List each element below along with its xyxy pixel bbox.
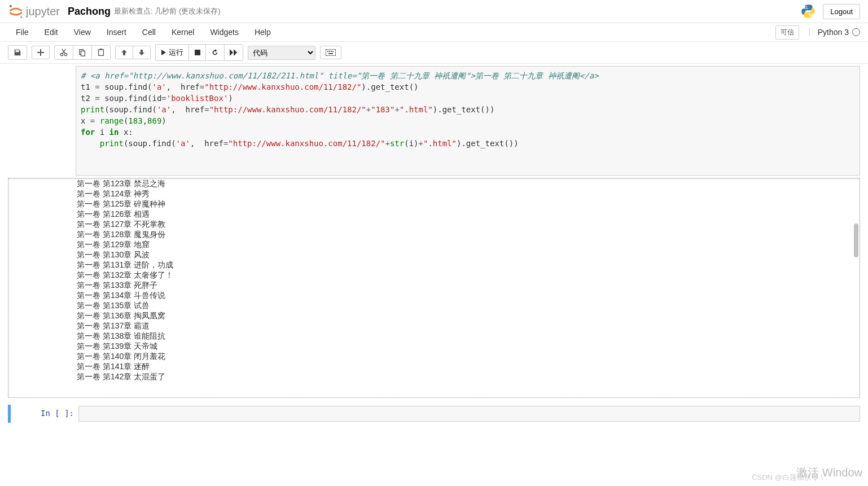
svg-rect-14 — [331, 51, 332, 52]
restart-run-all-button[interactable] — [225, 45, 243, 60]
kernel-status-icon — [852, 28, 860, 36]
restart-button[interactable] — [206, 45, 225, 60]
menu-widgets[interactable]: Widgets — [202, 23, 247, 41]
svg-rect-7 — [81, 51, 85, 56]
run-button[interactable]: 运行 — [156, 45, 189, 60]
svg-rect-9 — [100, 49, 102, 50]
svg-point-3 — [810, 15, 811, 16]
plus-icon — [37, 49, 44, 56]
play-icon — [161, 50, 166, 55]
run-label: 运行 — [169, 47, 183, 58]
code-cell-empty[interactable]: In [ ]: — [8, 405, 860, 423]
code-cell[interactable]: # <a href="http://www.kanxshuo.com/11/18… — [8, 66, 860, 176]
cut-icon — [60, 49, 68, 56]
jupyter-icon — [8, 3, 24, 19]
trusted-indicator[interactable]: 可信 — [775, 25, 799, 40]
output-text: 第一卷 第123章 禁忌之海第一卷 第124章 神秀第一卷 第125章 碎魔种神… — [76, 178, 860, 383]
menu-cell[interactable]: Cell — [134, 23, 164, 41]
paste-button[interactable] — [92, 46, 110, 59]
cut-button[interactable] — [55, 46, 73, 59]
menu-kernel[interactable]: Kernel — [164, 23, 202, 41]
move-down-button[interactable] — [133, 46, 150, 59]
code-editor-empty[interactable] — [78, 406, 860, 422]
copy-icon — [78, 49, 86, 56]
keyboard-icon — [326, 49, 336, 56]
copy-button[interactable] — [73, 46, 92, 59]
logout-button[interactable]: Logout — [823, 4, 860, 19]
svg-point-0 — [10, 5, 12, 7]
notebook-header: jupyter Pachong 最新检查点: 几秒前 (更改未保存) Logou… — [0, 0, 868, 23]
celltype-select[interactable]: 代码 — [248, 46, 315, 60]
output-area[interactable]: 第一卷 第123章 禁忌之海第一卷 第124章 神秀第一卷 第125章 碎魔种神… — [8, 178, 860, 398]
notebook-container: # <a href="http://www.kanxshuo.com/11/18… — [0, 66, 868, 434]
menu-insert[interactable]: Insert — [99, 23, 134, 41]
svg-rect-13 — [329, 51, 330, 52]
paste-icon — [97, 49, 105, 56]
svg-rect-15 — [332, 51, 334, 52]
python-icon — [800, 3, 816, 19]
menubar: File Edit View Insert Cell Kernel Widget… — [0, 23, 868, 42]
svg-rect-11 — [326, 49, 336, 56]
toolbar: 运行 代码 — [0, 42, 868, 64]
svg-rect-12 — [327, 51, 328, 52]
input-prompt — [8, 66, 76, 176]
arrow-up-icon — [121, 49, 128, 56]
fast-forward-icon — [230, 49, 238, 56]
svg-rect-8 — [99, 50, 104, 56]
menu-file[interactable]: File — [8, 23, 37, 41]
kernel-indicator[interactable]: Python 3 — [809, 28, 860, 37]
svg-rect-10 — [195, 50, 200, 55]
svg-rect-16 — [328, 53, 333, 54]
insert-cell-button[interactable] — [32, 46, 49, 59]
restart-icon — [211, 49, 219, 56]
interrupt-button[interactable] — [189, 45, 206, 60]
menu-edit[interactable]: Edit — [37, 23, 66, 41]
svg-point-1 — [20, 16, 23, 19]
command-palette-button[interactable] — [321, 46, 341, 59]
menu-view[interactable]: View — [66, 23, 99, 41]
jupyter-logo-text: jupyter — [26, 5, 60, 18]
kernel-name: Python 3 — [818, 28, 849, 37]
stop-icon — [195, 50, 200, 55]
menu-help[interactable]: Help — [247, 23, 279, 41]
checkpoint-status: 最新检查点: 几秒前 (更改未保存) — [114, 6, 221, 16]
jupyter-logo[interactable]: jupyter — [8, 3, 60, 19]
code-editor[interactable]: # <a href="http://www.kanxshuo.com/11/18… — [76, 66, 860, 176]
arrow-down-icon — [138, 49, 145, 56]
notebook-title[interactable]: Pachong — [68, 6, 111, 17]
save-button[interactable] — [8, 46, 27, 59]
save-icon — [14, 49, 21, 56]
scrollbar-thumb[interactable] — [854, 224, 858, 257]
input-prompt-empty: In [ ]: — [11, 406, 78, 422]
svg-point-2 — [806, 6, 807, 7]
move-up-button[interactable] — [116, 46, 133, 59]
